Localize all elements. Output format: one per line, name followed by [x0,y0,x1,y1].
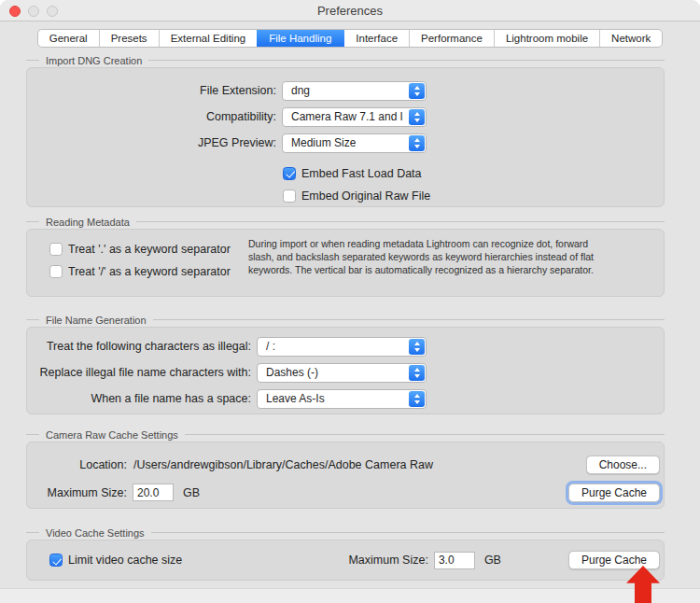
section-title: Video Cache Settings [26,526,665,539]
popup-stepper-icon [409,135,425,151]
traffic-lights [9,6,58,17]
purge-camera-raw-cache-button[interactable]: Purge Cache [568,484,660,502]
window-title: Preferences [317,4,383,18]
max-cache-size-label: Maximum Size: [27,486,127,499]
section-title: Camera Raw Cache Settings [26,428,665,441]
section-title: File Name Generation [26,314,665,326]
section-box: Treat '.' as a keyword separator Treat '… [26,229,665,297]
minimize-window-button[interactable] [28,6,39,17]
popup-stepper-icon [409,365,425,381]
tab-lightroom-mobile[interactable]: Lightroom mobile [495,30,600,47]
replace-illegal-characters-select[interactable]: Dashes (-) [257,363,427,383]
popup-stepper-icon [409,339,425,355]
section-title: Reading Metadata [26,216,665,228]
section-box: Limit video cache size Maximum Size: GB … [26,540,665,581]
window-footer [0,588,700,603]
compatibility-select[interactable]: Camera Raw 7.1 and later [282,107,427,127]
metadata-description-text: During import or when reading metadata L… [248,237,615,278]
file-extension-label: File Extension: [27,84,276,97]
preferences-window: Preferences General Presets External Edi… [0,0,700,603]
limit-video-cache-checkbox[interactable]: Limit video cache size [49,554,182,568]
checkbox-icon[interactable] [283,189,296,203]
popup-stepper-icon [409,109,425,125]
preferences-tabs: General Presets External Editing File Ha… [37,29,664,48]
illegal-characters-label: Treat the following characters as illega… [27,340,251,353]
tab-file-handling[interactable]: File Handling [257,30,344,47]
section-title: Import DNG Creation [26,54,665,66]
checkbox-icon[interactable] [283,167,296,180]
file-name-space-select[interactable]: Leave As-Is [257,389,427,409]
checkbox-icon[interactable] [49,554,63,567]
section-box: File Extension: dng Compatibility: Camer… [26,67,665,207]
section-box: Location: /Users/andrewgibson/Library/Ca… [26,442,665,509]
purge-video-cache-button[interactable]: Purge Cache [568,551,660,569]
section-import-dng-creation: Import DNG Creation File Extension: dng … [26,54,665,207]
close-window-button[interactable] [9,6,21,17]
cache-size-unit: GB [183,486,200,499]
title-bar: Preferences [0,0,700,21]
checkbox-icon[interactable] [49,265,63,278]
checkbox-icon[interactable] [49,243,63,256]
cache-location-label: Location: [27,458,127,471]
section-box: Treat the following characters as illega… [26,327,665,414]
illegal-characters-select[interactable]: / : [257,337,427,357]
replace-illegal-characters-label: Replace illegal file name characters wit… [27,366,251,379]
section-video-cache: Video Cache Settings Limit video cache s… [26,526,665,581]
embed-fast-load-data-checkbox[interactable]: Embed Fast Load Data [283,166,664,180]
tab-external-editing[interactable]: External Editing [160,30,259,47]
popup-stepper-icon [409,391,425,407]
popup-stepper-icon [409,83,425,99]
cache-location-path: /Users/andrewgibson/Library/Caches/Adobe… [133,458,433,471]
file-extension-select[interactable]: dng [282,81,427,101]
section-file-name-generation: File Name Generation Treat the following… [26,314,665,414]
video-max-size-input[interactable] [434,552,475,569]
treat-dot-separator-checkbox[interactable]: Treat '.' as a keyword separator [49,242,248,256]
tab-network[interactable]: Network [600,30,662,47]
video-size-unit: GB [484,554,501,567]
compatibility-label: Compatibility: [27,110,276,123]
jpeg-preview-select[interactable]: Medium Size [282,133,427,153]
section-reading-metadata: Reading Metadata Treat '.' as a keyword … [26,216,665,297]
tab-interface[interactable]: Interface [344,30,410,47]
tab-bar: General Presets External Editing File Ha… [0,29,700,48]
treat-slash-separator-checkbox[interactable]: Treat '/' as a keyword separator [49,264,248,278]
tab-presets[interactable]: Presets [100,30,160,47]
zoom-window-button[interactable] [47,6,58,17]
tab-performance[interactable]: Performance [410,30,495,47]
embed-original-raw-file-checkbox[interactable]: Embed Original Raw File [283,189,664,203]
video-max-size-label: Maximum Size: [348,554,427,567]
file-name-space-label: When a file name has a space: [27,392,251,405]
tab-general[interactable]: General [38,30,100,47]
choose-cache-location-button[interactable]: Choose... [586,456,660,474]
section-camera-raw-cache: Camera Raw Cache Settings Location: /Use… [26,428,665,509]
jpeg-preview-label: JPEG Preview: [27,136,276,149]
max-cache-size-input[interactable] [133,484,174,501]
